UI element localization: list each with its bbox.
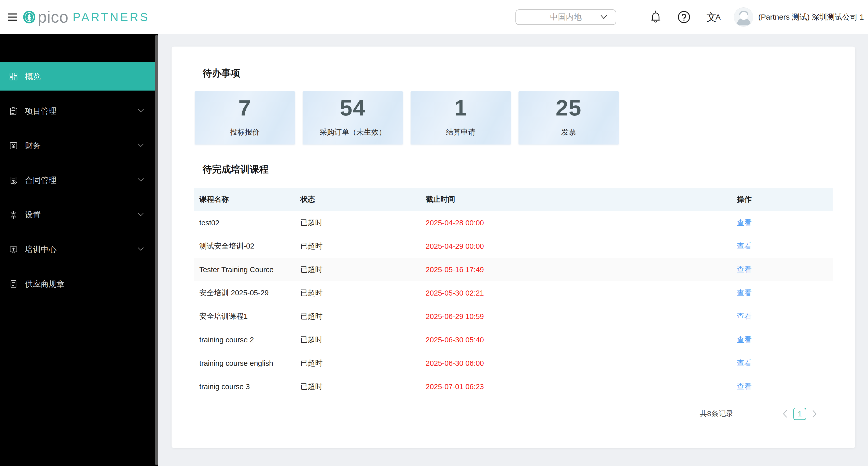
sidebar-item-projects[interactable]: 项目管理	[0, 97, 155, 125]
top-header: pico PARTNERS 中国内地 文A	[0, 0, 868, 34]
stat-card-purchase-orders[interactable]: 54 采购订单（未生效）	[303, 91, 403, 144]
view-link[interactable]: 查看	[737, 382, 752, 391]
view-link[interactable]: 查看	[737, 242, 752, 250]
sidebar-item-contracts[interactable]: 合同管理	[0, 166, 155, 194]
course-name: 安全培训课程1	[194, 311, 295, 322]
user-avatar[interactable]	[734, 7, 753, 27]
page-1-button[interactable]: 1	[794, 408, 806, 420]
region-selector[interactable]: 中国内地	[516, 9, 616, 25]
course-deadline: 2025-05-16 17:49	[421, 266, 732, 274]
sidebar-item-label: 设置	[25, 209, 41, 220]
stat-label: 投标报价	[195, 127, 295, 137]
table-row: 测试安全培训-02 已超时 2025-04-29 00:00 查看	[194, 235, 833, 258]
chevron-down-icon	[600, 14, 608, 20]
view-link[interactable]: 查看	[737, 265, 752, 273]
table-row: test02 已超时 2025-04-28 00:00 查看	[194, 211, 833, 235]
view-link[interactable]: 查看	[737, 219, 752, 227]
language-translate-icon[interactable]: 文A	[706, 12, 721, 22]
supplier-rules-doc-icon	[9, 280, 18, 289]
sidebar-item-label: 项目管理	[25, 106, 57, 116]
sidebar-item-training-center[interactable]: 培训中心	[0, 235, 155, 264]
logo-text-partners: PARTNERS	[72, 11, 149, 23]
table-row: 安全培训 2025-05-29 已超时 2025-05-30 02:21 查看	[194, 281, 833, 305]
view-link[interactable]: 查看	[737, 335, 752, 344]
course-name: Tester Training Cource	[194, 266, 295, 274]
training-course-table: 课程名称 状态 截止时间 操作 test02 已超时 2025-04-28 00…	[194, 188, 833, 398]
stat-card-settlements[interactable]: 1 结算申请	[411, 91, 511, 144]
table-header-row: 课程名称 状态 截止时间 操作	[194, 188, 833, 211]
todo-stat-cards: 7 投标报价 54 采购订单（未生效） 1 结算申请 25 发票	[195, 91, 626, 144]
chevron-down-icon	[137, 177, 145, 182]
table-row: Tester Training Cource 已超时 2025-05-16 17…	[194, 258, 833, 281]
course-deadline: 2025-04-29 00:00	[421, 242, 732, 251]
stat-label: 采购订单（未生效）	[303, 127, 403, 137]
view-link[interactable]: 查看	[737, 289, 752, 297]
notifications-bell-icon[interactable]	[650, 10, 661, 24]
chevron-down-icon	[137, 212, 145, 217]
column-header-action: 操作	[732, 194, 833, 204]
finance-yen-icon	[9, 141, 18, 150]
menu-hamburger-icon[interactable]	[8, 11, 17, 23]
stat-card-invoices[interactable]: 25 发票	[519, 91, 619, 144]
stat-card-bids[interactable]: 7 投标报价	[195, 91, 295, 144]
sidebar-item-settings[interactable]: 设置	[0, 201, 155, 229]
sidebar-item-label: 合同管理	[25, 175, 57, 186]
course-deadline: 2025-05-30 02:21	[421, 289, 732, 297]
stat-value: 54	[303, 95, 403, 121]
record-count: 共8条记录	[700, 409, 733, 419]
course-name: test02	[194, 219, 295, 227]
view-link[interactable]: 查看	[737, 312, 752, 320]
sidebar-item-label: 财务	[25, 140, 41, 151]
stat-value: 25	[519, 95, 619, 121]
view-link[interactable]: 查看	[737, 359, 752, 367]
stat-value: 1	[411, 95, 511, 121]
column-header-deadline: 截止时间	[421, 194, 732, 204]
topbar-right-group: 中国内地 文A	[516, 7, 868, 27]
stat-label: 结算申请	[411, 127, 511, 137]
course-status: 已超时	[295, 265, 421, 275]
course-deadline: 2025-04-28 00:00	[421, 219, 732, 227]
prev-page-button[interactable]	[781, 408, 789, 420]
chevron-down-icon	[137, 143, 145, 148]
next-page-button[interactable]	[811, 408, 818, 420]
course-name: 安全培训 2025-05-29	[194, 288, 295, 298]
course-status: 已超时	[295, 218, 421, 228]
sidebar-item-label: 培训中心	[25, 244, 57, 255]
settings-gear-icon	[9, 211, 18, 219]
sidebar-item-label: 供应商规章	[25, 279, 64, 290]
course-status: 已超时	[295, 358, 421, 368]
user-company-name[interactable]: (Partners 测试) 深圳测试公司 1	[758, 12, 864, 22]
course-name: training course english	[194, 359, 295, 368]
pagination: 共8条记录 1	[194, 402, 833, 426]
todo-section-title: 待办事项	[203, 67, 240, 79]
stat-value: 7	[195, 95, 295, 121]
course-deadline: 2025-07-01 06:23	[421, 382, 732, 391]
course-deadline: 2025-06-30 06:00	[421, 359, 732, 368]
course-name: 测试安全培训-02	[194, 241, 295, 251]
sidebar-scrollbar[interactable]	[155, 35, 158, 465]
sidebar-item-overview[interactable]: 概览	[0, 62, 155, 91]
help-question-icon[interactable]	[677, 10, 690, 24]
course-deadline: 2025-06-29 10:59	[421, 312, 732, 321]
column-header-course-name: 课程名称	[194, 194, 295, 204]
course-status: 已超时	[295, 241, 421, 251]
course-name: training course 2	[194, 336, 295, 344]
training-section-title: 待完成培训课程	[203, 163, 269, 176]
course-status: 已超时	[295, 311, 421, 322]
sidebar-item-supplier-rules[interactable]: 供应商规章	[0, 270, 155, 298]
training-center-icon	[9, 245, 18, 254]
course-status: 已超时	[295, 381, 421, 392]
course-name: trainig course 3	[194, 382, 295, 391]
table-row: training course 2 已超时 2025-06-30 05:40 查…	[194, 328, 833, 352]
course-status: 已超时	[295, 288, 421, 298]
region-selector-value: 中国内地	[550, 12, 582, 22]
chevron-down-icon	[137, 108, 145, 113]
brand-logo: pico PARTNERS	[23, 9, 150, 25]
projects-clipboard-icon	[9, 107, 18, 115]
table-row: trainig course 3 已超时 2025-07-01 06:23 查看	[194, 375, 833, 398]
stat-label: 发票	[519, 127, 619, 137]
contract-doc-gear-icon	[9, 176, 18, 185]
logo-text-pico: pico	[38, 9, 68, 25]
sidebar-item-finance[interactable]: 财务	[0, 132, 155, 160]
dashboard-card: 待办事项 7 投标报价 54 采购订单（未生效） 1 结算申请 25 发票 待完…	[172, 46, 855, 448]
